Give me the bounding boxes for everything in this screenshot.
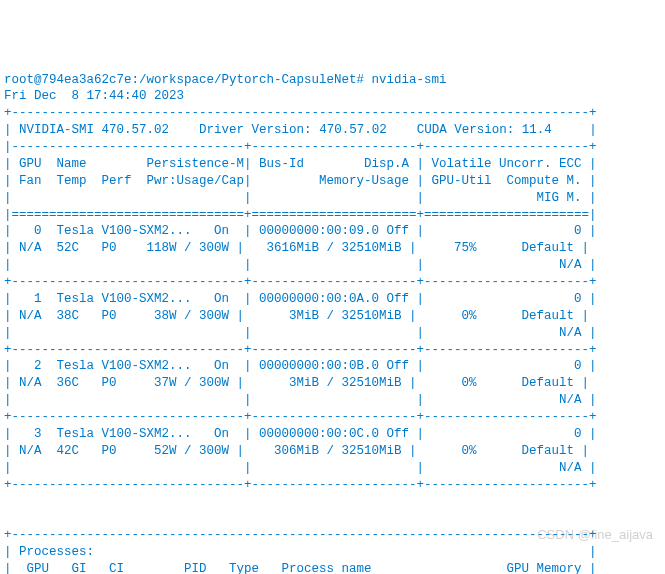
top-border: +---------------------------------------…: [4, 106, 597, 120]
proc-top: +---------------------------------------…: [4, 528, 597, 542]
col-header-2: | Fan Temp Perf Pwr:Usage/Cap| Memory-Us…: [4, 174, 597, 188]
timestamp: Fri Dec 8 17:44:40 2023: [4, 89, 184, 103]
header-sep: |-------------------------------+-------…: [4, 140, 597, 154]
col-header-sep: |===============================+=======…: [4, 208, 597, 222]
col-header-1: | GPU Name Persistence-M| Bus-Id Disp.A …: [4, 157, 597, 171]
gpu-rows: | 0 Tesla V100-SXM2... On | 00000000:00:…: [4, 223, 661, 493]
col-header-3: | | | MIG M. |: [4, 191, 597, 205]
prompt: root@794ea3a62c7e:/workspace/Pytorch-Cap…: [4, 73, 372, 87]
command: nvidia-smi: [372, 73, 447, 87]
empty: [4, 511, 597, 525]
watermark: CSDN @fine_aijava: [537, 526, 653, 544]
version-row: | NVIDIA-SMI 470.57.02 Driver Version: 4…: [4, 123, 597, 137]
proc-header: | Processes: |: [4, 545, 597, 559]
proc-cols1: | GPU GI CI PID Type Process name GPU Me…: [4, 562, 597, 574]
